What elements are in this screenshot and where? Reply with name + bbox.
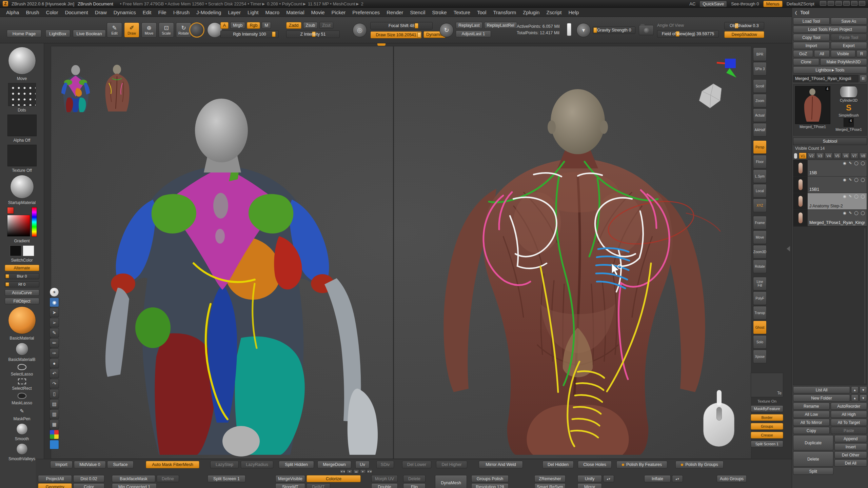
copy-tool-button[interactable]: Copy Tool [793, 34, 830, 41]
all-high-button[interactable]: All High [831, 411, 867, 418]
menu-layer[interactable]: Layer [224, 8, 244, 17]
menu-document[interactable]: Document [61, 8, 91, 17]
subtool-section-header[interactable]: Subtool [793, 138, 867, 145]
mask-pen-icon[interactable]: ✎ [17, 407, 27, 415]
pencil-icon[interactable]: ✏ [50, 338, 59, 348]
current-brush-thumbnail[interactable] [8, 47, 36, 75]
page-control[interactable]: ◄ [347, 469, 352, 474]
sdiv-button[interactable]: SDiv [376, 461, 394, 468]
hue-bar[interactable] [32, 207, 37, 237]
ghost-button[interactable]: Ghost [753, 321, 767, 334]
light-icon[interactable]: ☀ [50, 287, 59, 297]
quicksave-button[interactable]: QuickSave [699, 1, 727, 7]
menu-material[interactable]: Material [283, 8, 308, 17]
paste-button[interactable]: Paste [831, 427, 867, 434]
mergevisible-button[interactable]: MergeVisible [275, 475, 305, 482]
current-stroke-thumbnail[interactable] [8, 83, 36, 106]
import-button[interactable]: Import [50, 461, 73, 468]
tray-collapse-icon[interactable]: ❮ [794, 11, 797, 15]
redo-icon[interactable]: ↷ [50, 379, 59, 388]
delmt-button[interactable]: DelMT [307, 483, 330, 488]
menu-render[interactable]: Render [383, 8, 407, 17]
surface-button[interactable]: Surface [107, 461, 134, 468]
lightbox-button[interactable]: LightBox [45, 30, 70, 37]
spix-3-button[interactable]: SPix 3 [753, 62, 767, 76]
smooth-brush-thumbnail[interactable] [16, 423, 28, 435]
menu-zscript[interactable]: Zscript [543, 8, 565, 17]
dot-icon[interactable]: ● [50, 359, 59, 368]
dynamesh-button[interactable]: DynaMesh [435, 475, 467, 488]
insert-button[interactable]: Insert [834, 443, 867, 450]
right-tray-collapse-arrow[interactable] [787, 246, 790, 251]
rgb-button[interactable]: Rgb [247, 22, 260, 29]
focal-shift-slider[interactable]: Focal Shift 48 [370, 22, 433, 29]
double-button[interactable]: Double [371, 483, 398, 488]
menu-preferences[interactable]: Preferences [349, 8, 383, 17]
subtool-view-tab-v5[interactable]: V5 [833, 152, 841, 159]
menus-button[interactable]: Menus [763, 1, 783, 7]
folder-down-icon[interactable]: ▼ [860, 394, 867, 402]
color-picker[interactable] [7, 207, 37, 237]
texture-flyout-panel[interactable]: Te [751, 373, 783, 397]
home-page-button[interactable]: Home Page [7, 30, 41, 37]
subtool-view-tab-v2[interactable]: V2 [807, 152, 815, 159]
z-intensity-slider[interactable]: Z Intensity 51 [286, 30, 340, 38]
bpr-button[interactable]: BPR [753, 47, 767, 61]
polypaint-toggle-icon[interactable]: ◯ [854, 161, 858, 165]
swatch-icon[interactable] [50, 440, 59, 449]
list-all-button[interactable]: List All [793, 386, 850, 393]
menu-picker[interactable]: Picker [328, 8, 349, 17]
document-icon[interactable] [843, 1, 850, 6]
paintbrush-icon[interactable]: ✎ [849, 194, 852, 199]
resolution-128-button[interactable]: Resolution 128 [471, 483, 509, 488]
polypaint-toggle-icon[interactable]: ◯ [854, 178, 858, 182]
border-button[interactable]: Border [751, 414, 783, 421]
move-button[interactable]: Move [753, 230, 767, 244]
import-button[interactable]: Import [793, 42, 830, 49]
auto-groups-button[interactable]: Auto Groups [717, 475, 747, 482]
fill-object-button[interactable]: FillObject [5, 298, 39, 304]
copy-icon[interactable]: ▥ [50, 409, 59, 419]
l-sym-button[interactable]: L.Sym [753, 169, 767, 183]
points-slider[interactable] [567, 23, 571, 36]
define-button[interactable]: Define [157, 475, 179, 482]
page-control[interactable]: ◄◄ [340, 469, 346, 474]
split-button[interactable]: Split [793, 468, 833, 475]
all-button[interactable]: All [814, 50, 829, 57]
menu-macro[interactable]: Macro [262, 8, 283, 17]
panel-icon[interactable] [851, 1, 857, 6]
camera-icon[interactable] [639, 25, 654, 35]
document-canvas[interactable] [51, 46, 751, 459]
clone-button[interactable]: Clone [793, 58, 819, 65]
load-tool-button[interactable]: Load Tool [793, 18, 830, 25]
current-alpha-thumbnail[interactable] [7, 115, 37, 136]
menu-help[interactable]: Help [565, 8, 582, 17]
mask-lasso-icon[interactable] [18, 393, 26, 399]
delete-button[interactable]: Delete [403, 475, 426, 482]
focal-shift-icon[interactable]: ◎ [353, 23, 367, 37]
subtool-item[interactable]: ◉✎◯◯15B1 [793, 177, 867, 193]
uv-toggle-icon[interactable]: ◯ [861, 211, 865, 215]
canvas-thumbnail-painted[interactable] [58, 61, 95, 118]
image-icon[interactable]: ▦ [50, 420, 59, 429]
xyz-button[interactable]: XYZ [753, 199, 767, 212]
live-boolean-button[interactable]: Live Boolean [73, 30, 106, 37]
copy-button[interactable]: Copy [793, 427, 830, 434]
split-screen-1-button[interactable]: Split Screen 1 [208, 475, 245, 482]
projectall-button[interactable]: ProjectAll [38, 475, 72, 482]
marker-icon[interactable]: ✑ [50, 348, 59, 358]
folder-up-icon[interactable]: ▲ [851, 394, 859, 402]
subtool-item[interactable]: ◉✎◯◯Merged_TPose1_Ryan_Kingslie [793, 210, 867, 226]
tray-resize-handle[interactable] [377, 43, 386, 46]
paintbrush-icon[interactable]: ✎ [849, 211, 852, 215]
uv-toggle-icon[interactable]: ◯ [861, 194, 865, 199]
menu-i-brush[interactable]: I-Brush [170, 8, 193, 17]
page-control[interactable]: ▬ [353, 469, 359, 474]
replay-last-button[interactable]: ReplayLast [456, 22, 482, 29]
menu-light[interactable]: Light [244, 8, 262, 17]
menu-movie[interactable]: Movie [308, 8, 328, 17]
append-button[interactable]: Append [834, 435, 867, 442]
clipboard-icon[interactable]: ▤ [50, 399, 59, 409]
basic-material-b-thumbnail[interactable] [16, 343, 28, 355]
menu-dynamics[interactable]: Dynamics [110, 8, 139, 17]
